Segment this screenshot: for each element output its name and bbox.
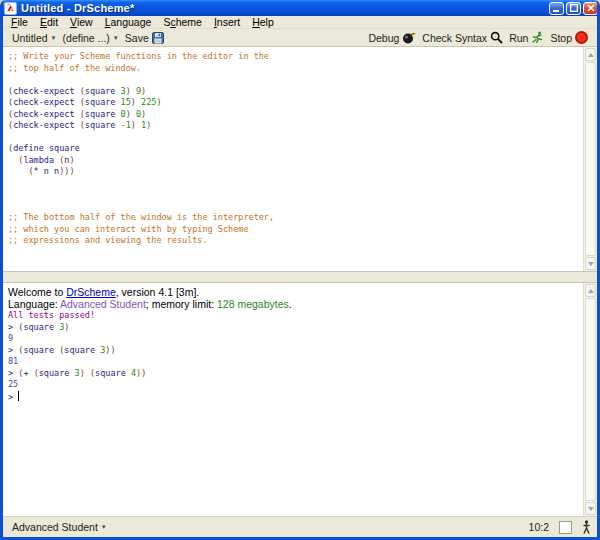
code-token: square	[23, 322, 59, 332]
scroll-down-button[interactable]	[585, 502, 596, 515]
code-token: >	[8, 322, 18, 332]
code-line	[8, 74, 583, 86]
code-line: (check-expect (square -1) 1)	[8, 120, 583, 132]
code-token: Language:	[8, 298, 60, 310]
menu-view[interactable]: View	[64, 16, 99, 28]
minimize-button[interactable]	[549, 2, 564, 15]
code-token: ;; top half of the window.	[8, 63, 141, 73]
titlebar[interactable]: λ Untitled - DrScheme*	[0, 0, 600, 16]
code-token: )	[80, 368, 90, 378]
repl-scrollbar[interactable]	[583, 283, 597, 516]
code-token: square	[64, 345, 100, 355]
code-line: 25	[8, 379, 583, 391]
pane-splitter[interactable]	[3, 271, 597, 282]
stop-icon	[575, 31, 588, 44]
code-token: 25	[8, 379, 18, 389]
code-token: square	[85, 120, 121, 130]
arrow-down-icon	[588, 262, 594, 266]
code-token	[8, 155, 18, 165]
run-button[interactable]: Run	[506, 31, 547, 44]
code-token: +	[23, 368, 33, 378]
code-token: ;; which you can interact with by typing…	[8, 224, 249, 234]
language-selector[interactable]: Advanced Student▼	[9, 521, 110, 533]
editor-scrollbar[interactable]	[583, 47, 597, 271]
arrow-up-icon	[588, 289, 594, 293]
code-token: .	[289, 298, 292, 310]
code-token: )	[141, 86, 146, 96]
debug-button[interactable]: Debug	[365, 31, 419, 44]
lambda-icon: λ	[7, 3, 14, 13]
code-token: ))	[105, 345, 115, 355]
chevron-down-icon: ▼	[51, 35, 57, 41]
close-button[interactable]	[583, 2, 598, 15]
code-token: * n n	[34, 166, 60, 176]
code-line: >	[8, 391, 583, 403]
toolbar: Untitled▼ (define ...)▼ Save Debug Check…	[3, 29, 597, 46]
magnifier-icon	[490, 31, 503, 44]
maximize-icon	[570, 4, 578, 12]
code-line: (check-expect (square 3) 9)	[8, 86, 583, 98]
save-button[interactable]: Save	[122, 32, 167, 44]
code-token: ; memory limit:	[146, 298, 217, 310]
menu-edit[interactable]: Edit	[34, 16, 64, 28]
code-line: ;; Write your Scheme functions in the ed…	[8, 51, 583, 63]
scroll-down-button[interactable]	[585, 257, 596, 270]
runner-icon	[531, 31, 544, 44]
check-syntax-button[interactable]: Check Syntax	[419, 31, 506, 44]
menu-file[interactable]: File	[5, 16, 34, 28]
interactions-pane[interactable]: Welcome to DrScheme, version 4.1 [3m].La…	[3, 282, 597, 516]
define-dropdown[interactable]: (define ...)▼	[60, 32, 122, 44]
code-token: 9	[8, 333, 13, 343]
drscheme-link[interactable]: DrScheme	[66, 286, 116, 298]
arrow-down-icon	[588, 507, 594, 511]
code-token: lambda	[23, 155, 59, 165]
code-line: > (square (square 3))	[8, 345, 583, 357]
code-token: , version 4.1 [3m].	[116, 286, 199, 298]
code-line: Language: Advanced Student; memory limit…	[8, 299, 583, 311]
code-token: )))	[59, 166, 74, 176]
code-token: Welcome to	[8, 286, 66, 298]
code-line: (check-expect (square 15) 225)	[8, 97, 583, 109]
code-token: 15	[121, 97, 131, 107]
code-line: (check-expect (square 0) 0)	[8, 109, 583, 121]
menu-insert[interactable]: Insert	[208, 16, 246, 28]
menu-language[interactable]: Language	[99, 16, 158, 28]
bomb-icon	[402, 31, 416, 44]
scrollbar-thumb[interactable]	[585, 298, 596, 501]
code-line: (* n n)))	[8, 166, 583, 178]
save-icon	[152, 32, 164, 44]
text-cursor	[18, 391, 19, 401]
window-title: Untitled - DrScheme*	[21, 2, 549, 14]
code-token: check-expect	[13, 86, 80, 96]
code-line: ;; which you can interact with by typing…	[8, 224, 583, 236]
code-line: ;; The bottom half of the window is the …	[8, 212, 583, 224]
menubar: File Edit View Language Scheme Insert He…	[3, 16, 597, 29]
definitions-pane[interactable]: ;; Write your Scheme functions in the ed…	[3, 46, 597, 271]
code-line	[8, 189, 583, 201]
code-token: check-expect	[13, 109, 80, 119]
interactions-editor[interactable]: Welcome to DrScheme, version 4.1 [3m].La…	[3, 283, 583, 516]
code-token: Advanced Student	[60, 298, 146, 310]
code-token: )	[156, 97, 161, 107]
code-line	[8, 201, 583, 213]
code-token: 225	[141, 97, 156, 107]
definitions-editor[interactable]: ;; Write your Scheme functions in the ed…	[3, 47, 583, 271]
code-token: check-expect	[13, 120, 80, 130]
scrollbar-thumb[interactable]	[585, 62, 596, 256]
menu-scheme[interactable]: Scheme	[157, 16, 208, 28]
code-line: > (square 3)	[8, 322, 583, 334]
code-token: -1	[121, 120, 131, 130]
scroll-up-button[interactable]	[585, 284, 596, 297]
code-token: square	[39, 368, 75, 378]
code-token: 81	[8, 356, 18, 366]
code-line	[8, 178, 583, 190]
stop-button[interactable]: Stop	[547, 31, 591, 44]
maximize-button[interactable]	[566, 2, 581, 15]
code-line	[8, 132, 583, 144]
scroll-up-button[interactable]	[585, 48, 596, 61]
menu-help[interactable]: Help	[246, 16, 280, 28]
file-dropdown[interactable]: Untitled▼	[9, 32, 60, 44]
memory-indicator-box	[559, 521, 572, 534]
code-token: square	[85, 109, 121, 119]
minimize-icon	[553, 4, 560, 12]
